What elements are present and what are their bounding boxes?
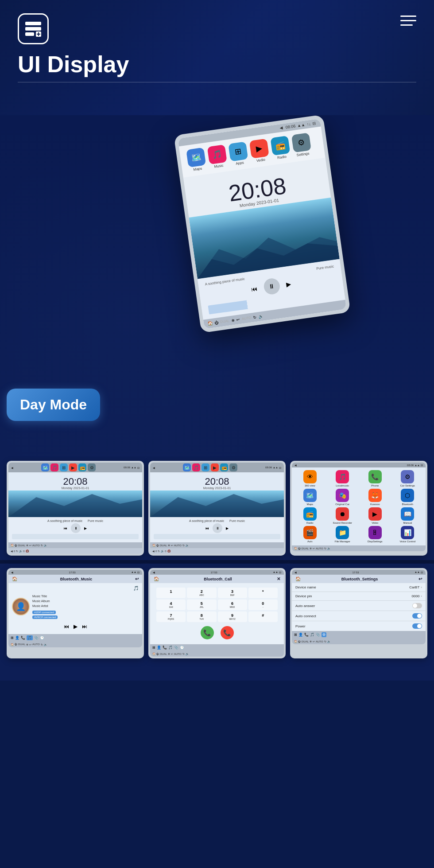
- dial-2[interactable]: 2ABC: [187, 588, 216, 598]
- sp1-maps[interactable]: 🗺️: [41, 463, 49, 471]
- sp2-settings[interactable]: ⚙: [229, 463, 237, 471]
- bt3-user-icon[interactable]: 👤: [298, 633, 303, 637]
- nav-home[interactable]: 🏠: [207, 321, 213, 327]
- bt1-prev[interactable]: ⏮: [64, 623, 69, 630]
- ag-dispsettings[interactable]: 🎚 DispSettings: [360, 526, 391, 543]
- bt2-phone-icon[interactable]: 📞: [163, 646, 167, 650]
- bt1-nav-power[interactable]: ⏻: [15, 643, 17, 646]
- bt2-nav-vol[interactable]: 🔊: [186, 652, 189, 655]
- sp3-nav-loop[interactable]: ↩: [313, 547, 315, 550]
- ag-manual[interactable]: 📖 Manual: [392, 507, 423, 524]
- nav-rotate[interactable]: ↻: [253, 315, 257, 319]
- sp3-nav-vol[interactable]: 🔊: [327, 547, 330, 550]
- ag-maps[interactable]: 🗺️ Maps: [294, 489, 326, 506]
- nav-power[interactable]: ⏻: [214, 320, 218, 325]
- bt3-nav-power[interactable]: ⏻: [298, 640, 301, 643]
- ag-kuwooo[interactable]: 🦊 Kuwooo: [360, 489, 391, 506]
- dial-6[interactable]: 6MNO: [218, 599, 247, 610]
- ag-phone[interactable]: 📞 Phone: [360, 470, 391, 487]
- sp3-nav-rotate[interactable]: ↻: [324, 547, 326, 550]
- sp2-nav-home[interactable]: 🏠: [152, 544, 155, 547]
- sp2-back2[interactable]: ◀: [152, 549, 155, 553]
- sp2-radio[interactable]: 📻: [220, 463, 228, 471]
- dial-1[interactable]: 1: [156, 588, 186, 598]
- bt3-home-icon[interactable]: 🏠: [295, 576, 301, 581]
- app-apps[interactable]: ⊞ Apps: [228, 141, 249, 166]
- ag-filemanager[interactable]: 📁 File Manager: [327, 526, 358, 543]
- bt3-phone-icon[interactable]: 📞: [304, 633, 309, 637]
- sp1-apps[interactable]: ⊞: [60, 463, 68, 471]
- bt2-close-icon[interactable]: ✕: [277, 576, 280, 581]
- app-maps[interactable]: 🗺️ Maps: [186, 148, 207, 172]
- sp1-nav-loop[interactable]: ↩: [29, 544, 31, 547]
- pause-button[interactable]: ⏸: [263, 277, 281, 296]
- prev-icon[interactable]: ⏮: [251, 285, 258, 293]
- bt2-nav-rotate[interactable]: ↻: [182, 652, 185, 655]
- dial-5[interactable]: 5JKL: [187, 599, 216, 610]
- sp1-nav-home[interactable]: 🏠: [11, 544, 14, 547]
- end-call-button[interactable]: 📞: [221, 626, 234, 639]
- bt3-back-btn[interactable]: ↩: [418, 576, 422, 581]
- sp2-nav-power[interactable]: ⏻: [156, 544, 159, 547]
- dial-3[interactable]: 3DEF: [218, 588, 247, 598]
- bt1-music-icon2[interactable]: 🎵: [27, 635, 33, 640]
- bt2-user-icon[interactable]: 👤: [157, 646, 161, 650]
- ag-voicecontrol[interactable]: 📊 Voice Control: [392, 526, 423, 543]
- bt3-nav-vol[interactable]: 🔊: [327, 640, 330, 643]
- sp2-nav-loop[interactable]: ↩: [171, 544, 173, 547]
- menu-icon[interactable]: [400, 16, 416, 26]
- sp1-br[interactable]: ↻: [16, 549, 18, 553]
- app-radio[interactable]: 📻 Radio: [270, 136, 291, 160]
- sp2-nav-rotate[interactable]: ↻: [182, 544, 185, 547]
- bt2-nav-ac[interactable]: ❄: [168, 652, 170, 655]
- sp1-prev[interactable]: ⏮: [64, 526, 67, 530]
- sp2-maps[interactable]: 🗺️: [183, 463, 191, 471]
- answer-call-button[interactable]: 📞: [201, 626, 214, 639]
- ag-originalcar[interactable]: 🎭 Original Car: [327, 489, 358, 506]
- sp2-music[interactable]: 🎵: [192, 463, 200, 471]
- bt1-back-btn[interactable]: ↩: [135, 576, 139, 581]
- sp1-settings[interactable]: ⚙: [88, 463, 96, 471]
- auto-answer-toggle[interactable]: [412, 603, 422, 608]
- next-icon[interactable]: ▶: [286, 280, 291, 288]
- ag-video[interactable]: ▶ Video: [360, 507, 391, 524]
- app-settings[interactable]: ⚙ Settings: [291, 132, 312, 157]
- sp2-mute[interactable]: 🔇: [167, 549, 170, 553]
- bt2-nav-home[interactable]: 🏠: [152, 652, 155, 655]
- bt2-nav-loop[interactable]: ↩: [171, 652, 173, 655]
- sp2-prev[interactable]: ⏮: [205, 526, 209, 530]
- bt1-nav-rotate[interactable]: ↻: [41, 643, 43, 646]
- sp3-nav-power[interactable]: ⏻: [298, 547, 301, 550]
- sp2-pause[interactable]: ⏸: [213, 523, 222, 533]
- sp1-next[interactable]: ▶: [84, 526, 87, 530]
- ag-bluetooth[interactable]: ⬡ Bluetooth: [392, 489, 423, 506]
- sp2-next[interactable]: ▶: [226, 526, 229, 530]
- bt1-clip-icon[interactable]: 📎: [34, 636, 39, 640]
- bt2-home-icon[interactable]: 🏠: [154, 576, 159, 581]
- app-music[interactable]: 🎵 Music: [207, 144, 228, 169]
- settings-device-name-chevron[interactable]: ›: [421, 585, 422, 589]
- bt1-next[interactable]: ⏭: [82, 623, 87, 630]
- bt1-play[interactable]: ▶: [74, 623, 78, 630]
- app-vedio[interactable]: ▶ Vedio: [249, 139, 270, 163]
- bt2-clock-icon[interactable]: 🕐: [180, 646, 184, 650]
- dial-4[interactable]: 4GHI: [156, 599, 186, 610]
- dial-9[interactable]: 9WXYZ: [218, 611, 247, 622]
- settings-device-pin-chevron[interactable]: ›: [421, 594, 422, 598]
- bt1-nav-ac[interactable]: ❄: [26, 643, 28, 646]
- bt3-clip-icon[interactable]: 📎: [316, 633, 320, 637]
- dial-hash[interactable]: #: [248, 611, 278, 622]
- bt1-home-icon[interactable]: 🏠: [12, 576, 17, 581]
- sp2-apps[interactable]: ⊞: [202, 463, 209, 471]
- bt3-nav-ac[interactable]: ❄: [310, 640, 312, 643]
- bt1-nav-home[interactable]: 🏠: [11, 643, 14, 646]
- sp1-back2[interactable]: ◀: [11, 549, 13, 553]
- sp2-nav-ac[interactable]: ❄: [168, 544, 170, 547]
- bt1-nav-vol[interactable]: 🔊: [44, 643, 47, 646]
- ag-soundrecorder[interactable]: ⏺ Sound Recorder: [327, 507, 358, 524]
- auto-connect-toggle[interactable]: [412, 613, 422, 619]
- bt2-grid-icon[interactable]: ⊞: [152, 646, 155, 650]
- ag-radio[interactable]: 📻 Radio: [294, 507, 326, 524]
- bt1-phone-icon[interactable]: 📞: [21, 636, 25, 640]
- sp2-nav-vol[interactable]: 🔊: [186, 544, 189, 547]
